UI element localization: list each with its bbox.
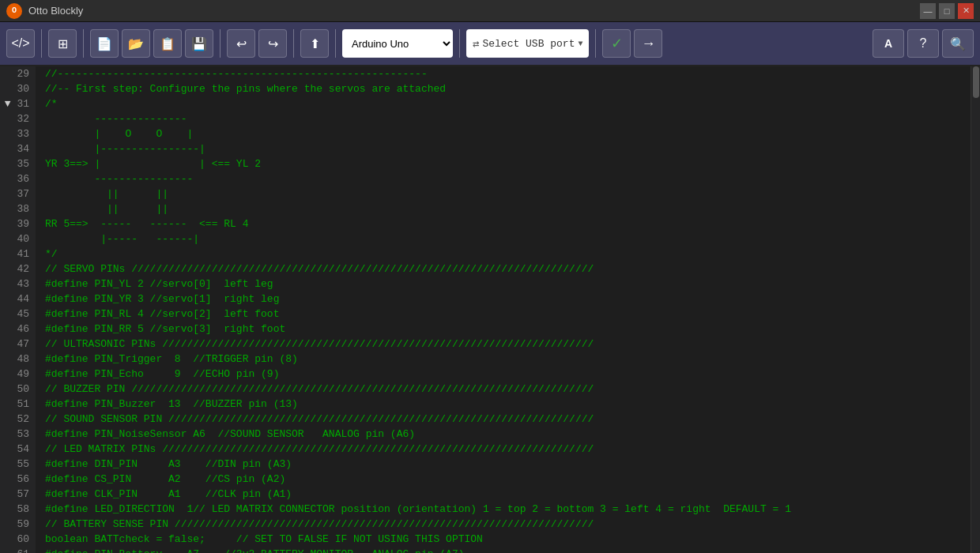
line-number: 50: [0, 382, 36, 397]
code-line: 30//-- First step: Configure the pins wh…: [0, 81, 971, 96]
line-content: */: [36, 246, 58, 261]
window-controls: — □ ✕: [920, 3, 974, 19]
line-content: #define PIN_YL 2 //servo[0] left leg: [36, 276, 273, 292]
code-line: 41*/: [0, 246, 971, 261]
code-icon: </>: [11, 36, 29, 51]
code-line: 42// SERVO PINs ////////////////////////…: [0, 261, 971, 276]
fold-marker[interactable]: ▼: [5, 98, 11, 110]
code-line: 35YR 3==> | | <== YL 2: [0, 156, 971, 171]
separator-1: [41, 29, 42, 58]
line-content: | O O |: [36, 126, 193, 141]
code-area: 29//------------------------------------…: [0, 66, 980, 553]
verify-icon: ✓: [611, 35, 623, 52]
font-size-icon: A: [884, 37, 892, 50]
line-number: 54: [0, 442, 36, 457]
code-line: 53#define PIN_NoiseSensor A6 //SOUND SEN…: [0, 427, 971, 442]
copy-button[interactable]: 📋: [153, 29, 182, 58]
line-content: /*: [36, 96, 58, 111]
line-number: 30: [0, 81, 36, 96]
line-number: 49: [0, 367, 36, 382]
line-content: // LED MATRIX PINs /////////////////////…: [36, 442, 594, 457]
line-number: 44: [0, 292, 36, 307]
toolbar: </> ⊞ 📄 📂 📋 💾 ↩ ↪ ⬆ Arduino Uno ⇄ Select…: [0, 22, 980, 66]
line-content: YR 3==> | | <== YL 2: [36, 156, 261, 171]
line-content: #define PIN_RL 4 //servo[2] left foot: [36, 307, 279, 322]
redo-icon: ↪: [268, 36, 278, 51]
line-content: // SOUND SENSOR PIN ////////////////////…: [36, 412, 594, 427]
maximize-button[interactable]: □: [939, 3, 955, 19]
run-button[interactable]: →: [634, 29, 662, 58]
line-number: 59: [0, 517, 36, 532]
line-content: ----------------: [36, 171, 193, 186]
code-line: 61#define PIN_Battery A7 //3v3 BATTERY M…: [0, 547, 971, 553]
minimize-button[interactable]: —: [920, 3, 936, 19]
line-number: 60: [0, 532, 36, 547]
new-file-button[interactable]: 📄: [90, 29, 119, 58]
usb-icon: ⇄: [473, 37, 479, 51]
open-file-button[interactable]: 📂: [122, 29, 150, 58]
code-line: 50// BUZZER PIN ////////////////////////…: [0, 382, 971, 397]
line-content: //-- First step: Configure the pins wher…: [36, 81, 446, 96]
open-file-icon: 📂: [128, 36, 144, 51]
code-line: 43#define PIN_YL 2 //servo[0] left leg: [0, 276, 971, 292]
line-number: 34: [0, 141, 36, 156]
line-number: 40: [0, 231, 36, 246]
copy-icon: 📋: [160, 36, 175, 51]
save-icon: 💾: [191, 36, 207, 51]
search-button[interactable]: 🔍: [942, 29, 974, 58]
line-number: 53: [0, 427, 36, 442]
font-size-button[interactable]: A: [873, 29, 904, 58]
line-content: // BATTERY SENSE PIN ///////////////////…: [36, 517, 594, 532]
undo-button[interactable]: ↩: [227, 29, 255, 58]
line-number: 55: [0, 457, 36, 472]
code-line: 48#define PIN_Trigger 8 //TRIGGER pin (8…: [0, 352, 971, 367]
line-number: 35: [0, 156, 36, 171]
code-line: ▼ 31/*: [0, 96, 971, 111]
code-line: 38 || ||: [0, 201, 971, 216]
usb-label: Select USB port: [482, 38, 575, 50]
separator-7: [595, 29, 596, 58]
vertical-scrollbar[interactable]: [971, 66, 980, 553]
line-content: //--------------------------------------…: [36, 66, 428, 81]
line-number: 36: [0, 171, 36, 186]
code-line: 56#define CS_PIN A2 //CS pin (A2): [0, 472, 971, 487]
save-button[interactable]: 💾: [185, 29, 213, 58]
line-content: #define PIN_Echo 9 //ECHO pin (9): [36, 367, 279, 382]
help-button[interactable]: ?: [907, 29, 939, 58]
line-content: #define PIN_NoiseSensor A6 //SOUND SENSO…: [36, 427, 415, 442]
line-content: // SERVO PINs //////////////////////////…: [36, 261, 594, 276]
separator-2: [83, 29, 84, 58]
code-line: 51#define PIN_Buzzer 13 //BUZZER pin (13…: [0, 397, 971, 412]
separator-3: [220, 29, 220, 58]
help-icon: ?: [920, 36, 927, 51]
line-number: 61: [0, 547, 36, 553]
scrollbar-thumb[interactable]: [973, 66, 979, 98]
usb-port-select[interactable]: ⇄ Select USB port ▼: [466, 29, 589, 58]
code-line: 34 |----------------|: [0, 141, 971, 156]
code-editor[interactable]: 29//------------------------------------…: [0, 66, 971, 553]
line-number: 56: [0, 472, 36, 487]
line-number: 58: [0, 502, 36, 517]
code-view-button[interactable]: </>: [6, 29, 35, 58]
upload-button[interactable]: ⬆: [300, 29, 329, 58]
line-content: || ||: [36, 201, 168, 216]
redo-button[interactable]: ↪: [258, 29, 287, 58]
line-content: #define PIN_YR 3 //servo[1] right leg: [36, 292, 279, 307]
blocks-button[interactable]: ⊞: [48, 29, 77, 58]
code-line: 39RR 5==> ----- ------ <== RL 4: [0, 216, 971, 231]
code-line: 55#define DIN_PIN A3 //DIN pin (A3): [0, 457, 971, 472]
code-line: 37 || ||: [0, 186, 971, 201]
blocks-icon: ⊞: [58, 36, 68, 51]
line-content: // ULTRASONIC PINs /////////////////////…: [36, 337, 594, 352]
line-number: 29: [0, 66, 36, 81]
line-content: #define CLK_PIN A1 //CLK pin (A1): [36, 487, 292, 502]
line-content: #define CS_PIN A2 //CS pin (A2): [36, 472, 285, 487]
line-content: #define PIN_Battery A7 //3v3 BATTERY MON…: [36, 547, 465, 553]
verify-button[interactable]: ✓: [602, 29, 631, 58]
close-button[interactable]: ✕: [958, 3, 974, 19]
line-content: #define PIN_Trigger 8 //TRIGGER pin (8): [36, 352, 298, 367]
line-number: 41: [0, 246, 36, 261]
board-select[interactable]: Arduino Uno: [342, 29, 453, 58]
line-content: |----- ------|: [36, 231, 199, 246]
app-title: Otto Blockly: [28, 5, 83, 17]
